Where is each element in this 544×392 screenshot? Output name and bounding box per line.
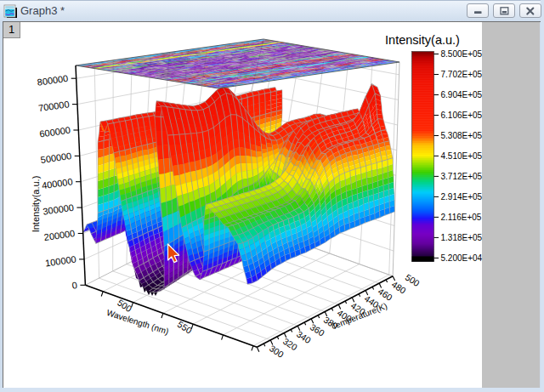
svg-text:2.116E+05: 2.116E+05 (441, 213, 482, 222)
svg-text:7.702E+05: 7.702E+05 (441, 70, 483, 79)
svg-text:300000: 300000 (42, 202, 75, 217)
svg-text:2.914E+05: 2.914E+05 (441, 192, 483, 202)
svg-text:1.318E+05: 1.318E+05 (441, 233, 483, 242)
svg-text:800000: 800000 (37, 73, 69, 88)
svg-text:400000: 400000 (41, 176, 73, 190)
svg-text:5.200E+04: 5.200E+04 (441, 253, 483, 263)
svg-text:6.106E+05: 6.106E+05 (441, 111, 483, 120)
svg-text:600000: 600000 (39, 125, 71, 139)
svg-text:200000: 200000 (43, 228, 76, 242)
svg-text:6.904E+05: 6.904E+05 (441, 90, 483, 99)
svg-text:500000: 500000 (40, 151, 72, 165)
svg-text:0: 0 (71, 280, 78, 291)
svg-text:Intensity(a.u.): Intensity(a.u.) (385, 33, 460, 47)
svg-text:3.712E+05: 3.712E+05 (441, 172, 483, 181)
svg-text:5.308E+05: 5.308E+05 (441, 131, 483, 140)
svg-text:700000: 700000 (37, 99, 70, 113)
svg-text:8.500E+05: 8.500E+05 (441, 49, 483, 59)
svg-text:4.510E+05: 4.510E+05 (441, 151, 483, 161)
svg-text:100000: 100000 (44, 253, 76, 268)
svg-text:550: 550 (176, 319, 194, 336)
svg-text:Intensity(a.u.): Intensity(a.u.) (31, 176, 41, 233)
